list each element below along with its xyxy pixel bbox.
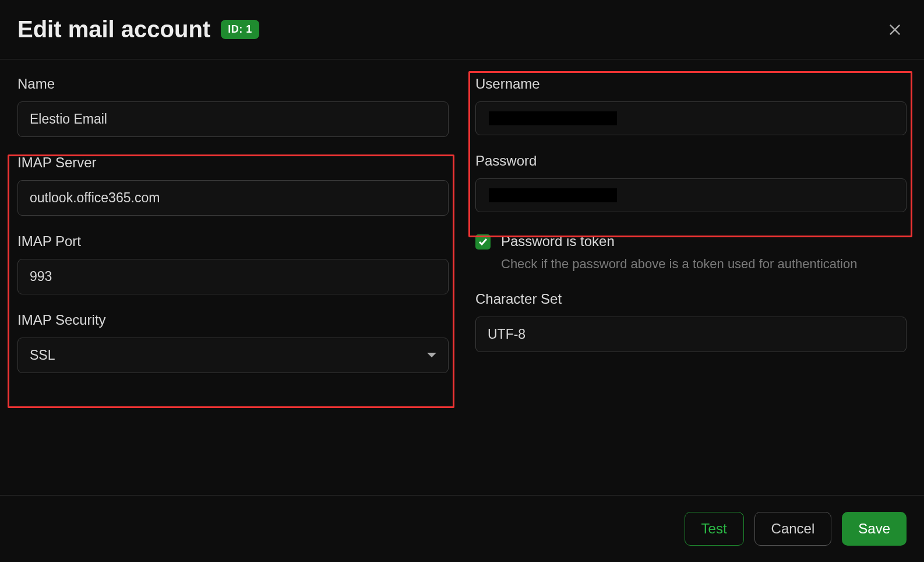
password-input[interactable]: [475, 178, 907, 212]
imap-server-field: IMAP Server: [17, 154, 449, 216]
edit-mail-account-dialog: Edit mail account ID: 1 Name IMAP Server…: [0, 0, 924, 562]
imap-port-field: IMAP Port: [17, 233, 449, 294]
imap-server-label: IMAP Server: [17, 154, 449, 171]
name-field: Name: [17, 76, 449, 137]
checkbox-content: Password is token Check if the password …: [501, 233, 857, 273]
username-input[interactable]: [475, 101, 907, 135]
dialog-footer: Test Cancel Save: [0, 495, 924, 562]
cancel-button[interactable]: Cancel: [754, 512, 832, 546]
imap-server-input[interactable]: [17, 180, 449, 216]
password-is-token-help: Check if the password above is a token u…: [501, 254, 857, 273]
password-field: Password: [475, 153, 907, 212]
dialog-title: Edit mail account: [17, 16, 210, 43]
charset-input[interactable]: [475, 317, 907, 352]
name-input[interactable]: [17, 101, 449, 137]
dialog-body: Name IMAP Server IMAP Port IMAP Security: [0, 59, 924, 495]
password-label: Password: [475, 153, 907, 169]
username-label: Username: [475, 76, 907, 92]
dialog-header-left: Edit mail account ID: 1: [17, 16, 259, 43]
imap-security-field: IMAP Security: [17, 312, 449, 373]
save-button[interactable]: Save: [842, 512, 907, 546]
imap-security-select[interactable]: [17, 338, 449, 373]
close-icon: [887, 22, 903, 38]
dialog-header: Edit mail account ID: 1: [0, 0, 924, 59]
username-redacted: [489, 111, 617, 125]
imap-port-input[interactable]: [17, 259, 449, 294]
charset-label: Character Set: [475, 291, 907, 307]
imap-security-label: IMAP Security: [17, 312, 449, 328]
password-is-token-label: Password is token: [501, 233, 857, 250]
check-icon: [478, 237, 488, 247]
right-column: Username Password Password is token Chec…: [475, 76, 907, 483]
name-label: Name: [17, 76, 449, 92]
test-button[interactable]: Test: [685, 512, 744, 546]
password-redacted: [489, 188, 617, 202]
username-field: Username: [475, 76, 907, 135]
id-badge: ID: 1: [221, 20, 259, 39]
close-button[interactable]: [883, 18, 907, 41]
left-column: Name IMAP Server IMAP Port IMAP Security: [17, 76, 449, 483]
charset-field: Character Set: [475, 291, 907, 352]
password-is-token-field: Password is token Check if the password …: [475, 233, 907, 273]
imap-security-select-wrapper: [17, 338, 449, 373]
imap-port-label: IMAP Port: [17, 233, 449, 250]
password-is-token-checkbox[interactable]: [475, 234, 491, 250]
